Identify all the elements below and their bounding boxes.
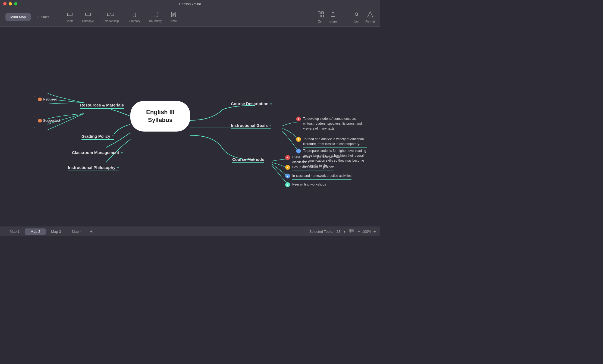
method-detail-1[interactable]: ✕ Class, small groups, and partner discu… [285, 155, 356, 166]
zoom-out-button[interactable]: − [357, 229, 360, 234]
zen-label: Zen [318, 20, 323, 23]
goal-detail-1[interactable]: 1 To develop students' competence as wri… [296, 116, 367, 132]
tool-topic[interactable]: Topic [62, 9, 78, 25]
grading-note-icon: ≡ [112, 134, 114, 138]
note-icon [171, 11, 177, 18]
window-controls [3, 2, 17, 5]
subtopic-icon [85, 11, 91, 18]
description-label: Course Description [231, 101, 268, 106]
methods-node[interactable]: Course Methods [232, 157, 264, 163]
method-4-text: Peer writing workshops [292, 182, 326, 188]
share-label: share [329, 20, 337, 23]
zoom-level: 100% [362, 230, 371, 234]
tool-note[interactable]: Note [166, 9, 181, 25]
add-map-button[interactable]: + [87, 228, 96, 235]
central-node-line2: Syllabus [148, 117, 172, 123]
tool-summary[interactable]: {} Summary [123, 9, 145, 25]
philosophy-node[interactable]: Instructional Philosophy ≡ [68, 165, 119, 171]
method-4-icon: ● [285, 182, 290, 187]
tab-outliner[interactable]: Outliner [32, 13, 54, 21]
required-label: Required [43, 97, 57, 101]
goals-node[interactable]: Instructional Goals ≡ [231, 123, 271, 129]
topic-count-dropdown[interactable]: ▾ [344, 230, 346, 234]
required-node[interactable]: Required [38, 97, 57, 101]
tool-subtopic[interactable]: Subtopic [78, 9, 98, 25]
relationship-icon [107, 11, 114, 18]
map-tab-3[interactable]: Map 3 [46, 228, 66, 235]
grading-node[interactable]: Grading Policy ≡ [81, 134, 114, 140]
close-button[interactable] [3, 2, 7, 5]
svg-rect-4 [107, 13, 110, 16]
tool-icon[interactable]: Icon [353, 11, 360, 23]
tool-format[interactable]: Format [365, 11, 375, 23]
method-detail-2[interactable]: ● Group and individual projects [285, 165, 334, 171]
boundary-label: Boundary [149, 19, 162, 23]
tab-mindmap[interactable]: Mind Map [5, 13, 31, 21]
share-icon [330, 11, 336, 19]
map-tab-2[interactable]: Map 2 [25, 228, 46, 235]
central-node-line1: English III [146, 109, 174, 115]
ellipsis-5: ... [33, 125, 35, 128]
icon-icon [353, 11, 360, 19]
svg-rect-13 [321, 12, 324, 14]
map-tab-4[interactable]: Map 4 [66, 228, 87, 235]
goal-detail-2[interactable]: 2 To read and analyse a variety of Ameri… [296, 137, 367, 148]
classroom-note-icon: ≡ [121, 150, 123, 155]
svg-rect-12 [318, 12, 320, 14]
description-node[interactable]: Course Description ≡ [231, 101, 272, 107]
zoom-in-button[interactable]: + [373, 229, 376, 234]
maximize-button[interactable] [14, 2, 17, 5]
resources-node[interactable]: Resources & Materials [80, 103, 124, 109]
tool-relationship[interactable]: Relationship [98, 9, 123, 25]
topic-icon [67, 11, 73, 18]
summary-icon: {} [131, 11, 137, 18]
goal-1-icon: 1 [296, 117, 301, 121]
map-icon [349, 229, 354, 234]
map-tab-1[interactable]: Map 1 [4, 228, 25, 235]
goals-label: Instructional Goals [231, 123, 268, 128]
method-detail-4[interactable]: ● Peer writing workshops [285, 182, 326, 188]
subtopic-label: Subtopic [82, 19, 94, 23]
classroom-node[interactable]: Classroom Management ≡ [72, 150, 123, 156]
goals-note-icon: ≡ [269, 123, 272, 127]
method-detail-3[interactable]: ● In-class and homework practice activit… [285, 173, 351, 180]
goal-2-text: To read and analyse a variety of America… [303, 137, 367, 148]
svg-point-16 [356, 13, 358, 15]
svg-rect-15 [321, 15, 324, 17]
topic-label: Topic [67, 19, 74, 23]
summary-label: Summary [128, 19, 140, 23]
canvas[interactable]: English III Syllabus Resources & Materia… [0, 27, 380, 227]
relationship-label: Relationship [102, 19, 119, 23]
tool-zen[interactable]: Zen [318, 11, 324, 23]
suggested-node[interactable]: Suggested [38, 118, 60, 123]
minimize-button[interactable] [9, 2, 12, 5]
svg-rect-1 [86, 13, 90, 16]
tool-share[interactable]: share [329, 11, 337, 23]
note-label: Note [171, 19, 177, 23]
zen-icon [318, 11, 324, 19]
toolbar: Mind Map Outliner Topic Subtopic [0, 8, 380, 27]
method-2-text: Group and individual projects [292, 165, 334, 171]
ellipsis-3: ... [33, 108, 35, 111]
toolbar-tools: Topic Subtopic Relationship [62, 9, 318, 25]
central-node[interactable]: English III Syllabus [130, 101, 190, 131]
view-tabs: Mind Map Outliner [5, 13, 54, 21]
boundary-icon [152, 11, 158, 18]
ellipsis-1: ... [33, 89, 35, 92]
ellipsis-2: ... [33, 94, 35, 97]
status-bar: Map 1 Map 2 Map 3 Map 4 + Selected Topic… [0, 227, 380, 236]
format-icon [367, 11, 373, 19]
topic-count: 23 [337, 230, 340, 234]
method-2-icon: ● [285, 165, 290, 170]
status-right: Selected Topic: 23 ▾ − 100% + [309, 229, 376, 234]
goal-3-icon: 3 [296, 149, 301, 153]
toolbar-right: Zen share Icon [318, 11, 375, 23]
tool-boundary[interactable]: Boundary [145, 9, 166, 25]
philosophy-note-icon: ≡ [117, 165, 119, 170]
svg-text:{}: {} [132, 12, 137, 17]
title-bar: English.xmind [0, 0, 380, 8]
description-note-icon: ≡ [270, 102, 272, 106]
grading-label: Grading Policy [81, 134, 110, 139]
suggested-label: Suggested [43, 118, 60, 123]
methods-label: Course Methods [232, 157, 264, 162]
